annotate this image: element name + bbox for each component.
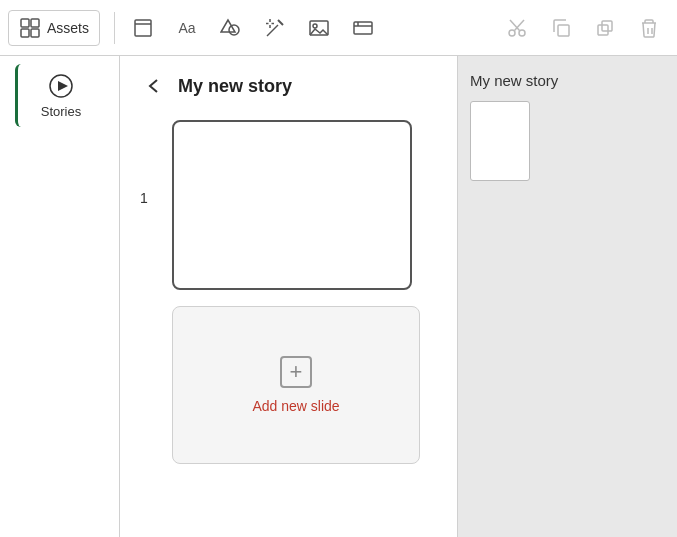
right-panel: My new story: [457, 56, 677, 537]
svg-line-21: [510, 20, 520, 31]
frame-icon: [132, 17, 154, 39]
toolbar: Assets Aa: [0, 0, 677, 56]
story-header: My new story: [140, 72, 441, 100]
magic-icon: [264, 17, 286, 39]
shapes-button[interactable]: [211, 8, 251, 48]
toolbar-right-actions: [497, 8, 669, 48]
svg-rect-22: [558, 25, 569, 36]
shapes-icon: [220, 17, 242, 39]
svg-rect-24: [602, 21, 612, 31]
svg-rect-4: [135, 20, 151, 36]
magic-button[interactable]: [255, 8, 295, 48]
svg-point-14: [313, 24, 317, 28]
cut-button[interactable]: [497, 8, 537, 48]
assets-button[interactable]: Assets: [8, 10, 100, 46]
back-arrow-icon: [144, 76, 164, 96]
plus-symbol: +: [290, 359, 303, 385]
svg-line-20: [515, 20, 525, 31]
center-panel: My new story 1 + Add new slide: [120, 56, 457, 537]
image-icon: [308, 17, 330, 39]
right-panel-card: [470, 101, 530, 181]
delete-icon: [638, 17, 660, 39]
delete-button[interactable]: [629, 8, 669, 48]
sidebar-item-stories[interactable]: Stories: [15, 64, 105, 127]
slide-1-card[interactable]: [172, 120, 412, 290]
add-slide-plus-icon: +: [280, 356, 312, 388]
duplicate-button[interactable]: [585, 8, 625, 48]
copy-icon: [550, 17, 572, 39]
svg-rect-15: [354, 22, 372, 34]
add-slide-card[interactable]: + Add new slide: [172, 306, 420, 464]
svg-rect-2: [21, 29, 29, 37]
assets-label: Assets: [47, 20, 89, 36]
media-icon: [352, 17, 374, 39]
back-button[interactable]: [140, 72, 168, 100]
media-button[interactable]: [343, 8, 383, 48]
right-panel-title: My new story: [470, 72, 665, 89]
svg-line-8: [267, 25, 278, 36]
svg-point-18: [509, 30, 515, 36]
add-slide-label: Add new slide: [252, 398, 339, 414]
svg-rect-0: [21, 19, 29, 27]
text-button[interactable]: Aa: [167, 8, 207, 48]
sidebar-item-label: Stories: [41, 104, 81, 119]
slide-1-container: 1: [140, 120, 441, 290]
svg-rect-1: [31, 19, 39, 27]
svg-marker-28: [58, 81, 68, 91]
svg-marker-7: [221, 20, 235, 32]
copy-button[interactable]: [541, 8, 581, 48]
assets-icon: [19, 17, 41, 39]
play-icon: [47, 72, 75, 100]
slide-number: 1: [140, 190, 164, 206]
frame-button[interactable]: [123, 8, 163, 48]
svg-point-19: [519, 30, 525, 36]
duplicate-icon: [594, 17, 616, 39]
text-icon: Aa: [178, 20, 195, 36]
main-content: Stories My new story 1 + Add new slide: [0, 56, 677, 537]
sidebar: Stories: [0, 56, 120, 537]
image-button[interactable]: [299, 8, 339, 48]
svg-rect-23: [598, 25, 608, 35]
toolbar-divider: [114, 12, 115, 44]
story-title: My new story: [178, 76, 292, 97]
cut-icon: [506, 17, 528, 39]
svg-rect-3: [31, 29, 39, 37]
